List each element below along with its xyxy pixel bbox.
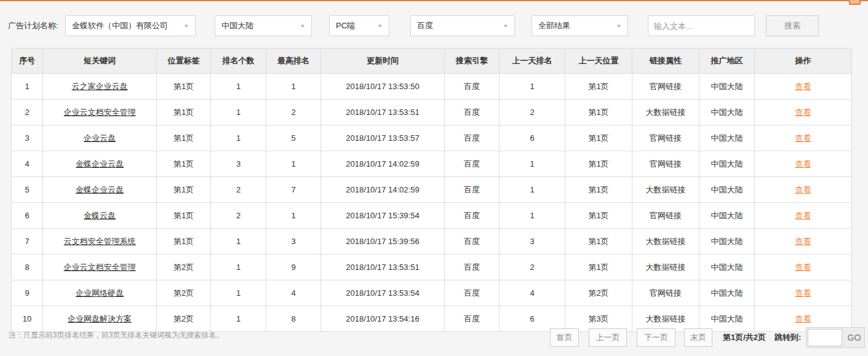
update-time: 2018/10/17 15:39:54: [321, 203, 445, 229]
position-label: 第1页: [157, 177, 211, 203]
link-attribute: 官网链接: [632, 280, 699, 306]
keyword-link[interactable]: 企业云文档安全管理: [64, 108, 136, 117]
view-link[interactable]: 查看: [795, 314, 811, 323]
row-index: 2: [12, 100, 43, 125]
rank-count: 1: [211, 280, 266, 306]
update-time: 2018/10/17 13:53:57: [321, 125, 445, 151]
chevron-down-icon: ▼: [377, 23, 383, 29]
table-row: 7云文档安全管理系统第1页132018/10/17 15:39:56百度3第1页…: [12, 229, 852, 255]
region-select[interactable]: 中国大陆 ▼: [215, 15, 312, 36]
keyword-link[interactable]: 云之家企业云盘: [72, 82, 128, 91]
rank-count: 3: [211, 151, 266, 177]
selected-value: PC端: [336, 20, 355, 31]
row-index: 6: [12, 203, 43, 229]
prev-day-position: 第1页: [565, 151, 632, 177]
prev-day-rank: 1: [500, 151, 565, 177]
search-engine: 百度: [445, 125, 500, 151]
keyword-link[interactable]: 金蝶云盘: [84, 211, 116, 220]
selected-value: 中国大陆: [221, 20, 253, 31]
position-label: 第1页: [157, 203, 211, 229]
column-header: 搜索引擎: [445, 49, 500, 74]
column-header: 链接属性: [632, 49, 699, 74]
row-index: 1: [12, 74, 43, 100]
action-cell: 查看: [755, 255, 852, 280]
link-attribute: 官网链接: [632, 151, 699, 177]
keyword-link[interactable]: 金蝶企业云盘: [76, 185, 124, 194]
column-header: 上一天排名: [500, 49, 565, 74]
position-label: 第1页: [157, 100, 211, 125]
last-page-button[interactable]: 末页: [684, 328, 712, 347]
best-rank: 8: [266, 306, 321, 332]
next-page-button[interactable]: 下一页: [637, 328, 675, 347]
best-rank: 9: [266, 255, 321, 280]
best-rank: 7: [266, 177, 321, 203]
jump-label: 跳转到:: [774, 332, 801, 343]
action-cell: 查看: [755, 74, 852, 100]
jump-page-input[interactable]: [808, 329, 842, 346]
go-button[interactable]: GO: [843, 328, 864, 347]
search-engine: 百度: [445, 229, 500, 255]
top-edge-fragment: [849, 0, 861, 5]
promo-region: 中国大陆: [699, 151, 755, 177]
prev-day-rank: 1: [500, 203, 565, 229]
row-index: 9: [12, 280, 43, 306]
promo-region: 中国大陆: [699, 100, 755, 125]
link-attribute: 大数据链接: [632, 100, 699, 125]
update-time: 2018/10/17 14:02:59: [321, 151, 445, 177]
link-attribute: 官网链接: [632, 125, 699, 151]
accent-top-border: [0, 0, 868, 1]
first-page-button[interactable]: 首页: [550, 328, 579, 347]
column-header: 短关键词: [43, 49, 157, 74]
engine-select[interactable]: 百度 ▼: [410, 15, 515, 36]
view-link[interactable]: 查看: [795, 237, 811, 246]
chevron-down-icon: ▼: [503, 23, 509, 29]
ad-plan-select[interactable]: 金蝶软件（中国）有限公司 ▼: [65, 15, 196, 36]
chevron-down-icon: ▼: [616, 23, 622, 29]
action-cell: 查看: [755, 280, 852, 306]
best-rank: 4: [266, 280, 321, 306]
keyword-link[interactable]: 企业网盘解决方案: [68, 314, 132, 323]
view-link[interactable]: 查看: [795, 133, 811, 143]
keyword-link[interactable]: 云文档安全管理系统: [64, 237, 136, 246]
row-index: 3: [12, 125, 43, 151]
search-engine: 百度: [445, 255, 500, 280]
search-engine: 百度: [445, 151, 500, 177]
prev-day-rank: 3: [500, 229, 565, 255]
column-header: 位置标签: [157, 49, 211, 74]
rank-count: 1: [211, 74, 266, 100]
view-link[interactable]: 查看: [795, 185, 811, 194]
table-row: 5金蝶企业云盘第1页272018/10/17 14:02:59百度1第1页大数据…: [12, 177, 852, 203]
view-link[interactable]: 查看: [795, 288, 811, 298]
keyword-link[interactable]: 企业云文档安全管理: [64, 263, 136, 272]
column-header: 更新时间: [321, 49, 445, 74]
link-attribute: 大数据链接: [632, 255, 699, 280]
selected-value: 全部结果: [538, 20, 570, 31]
view-link[interactable]: 查看: [795, 108, 811, 117]
column-header: 推广地区: [699, 49, 755, 74]
search-engine: 百度: [445, 100, 500, 125]
view-link[interactable]: 查看: [795, 159, 811, 168]
prev-day-position: 第1页: [565, 125, 632, 151]
view-link[interactable]: 查看: [795, 211, 811, 220]
best-rank: 1: [266, 203, 321, 229]
search-button[interactable]: 搜索: [766, 15, 819, 36]
view-link[interactable]: 查看: [795, 82, 811, 91]
device-select[interactable]: PC端 ▼: [329, 15, 389, 36]
search-input[interactable]: [648, 15, 755, 36]
update-time: 2018/10/17 13:53:51: [321, 255, 445, 280]
table-row: 6金蝶云盘第1页212018/10/17 15:39:54百度1第1页官网链接中…: [12, 203, 852, 229]
selected-value: 金蝶软件（中国）有限公司: [72, 20, 168, 31]
result-type-select[interactable]: 全部结果 ▼: [532, 15, 628, 36]
view-link[interactable]: 查看: [795, 263, 811, 272]
promo-region: 中国大陆: [699, 229, 755, 255]
keyword-link[interactable]: 企业云盘: [84, 133, 116, 143]
action-cell: 查看: [755, 203, 852, 229]
action-cell: 查看: [755, 125, 852, 151]
keyword-link[interactable]: 企业网络硬盘: [76, 288, 124, 298]
keyword-cell: 云文档安全管理系统: [43, 229, 157, 255]
keyword-link[interactable]: 金蝶企业云盘: [76, 159, 124, 168]
row-index: 7: [12, 229, 43, 255]
prev-page-button[interactable]: 上一页: [589, 328, 627, 347]
column-header: 操作: [755, 49, 852, 74]
prev-day-position: 第2页: [565, 280, 632, 306]
